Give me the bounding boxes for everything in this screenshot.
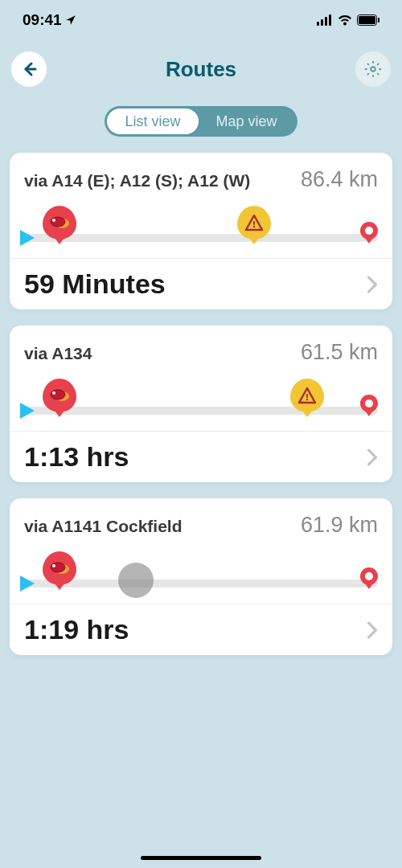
chevron-right-icon (367, 276, 378, 293)
location-arrow-icon (65, 14, 76, 26)
route-via: via A14 (E); A12 (S); A12 (W) (24, 171, 250, 190)
svg-rect-6 (378, 18, 379, 23)
start-marker-icon (20, 575, 35, 592)
view-toggle: List view Map view (105, 106, 297, 137)
back-button[interactable] (11, 51, 47, 87)
view-toggle-container: List view Map view (0, 98, 402, 153)
warning-pin-icon (290, 379, 324, 417)
route-header: via A134 61.5 km (24, 340, 378, 365)
route-via: via A1141 Cockfield (24, 517, 183, 536)
back-arrow-icon (19, 59, 39, 79)
warning-pin-icon (237, 206, 271, 244)
header: Routes (0, 40, 402, 98)
route-distance: 86.4 km (301, 167, 378, 192)
divider (10, 604, 392, 604)
chevron-right-icon (367, 621, 378, 639)
svg-point-7 (371, 67, 375, 72)
divider (10, 431, 392, 432)
route-progress (24, 377, 378, 421)
route-card[interactable]: via A134 61.5 km (10, 326, 392, 482)
chevron-right-icon (367, 448, 378, 466)
start-marker-icon (20, 230, 35, 246)
svg-rect-17 (306, 394, 308, 398)
route-header: via A14 (E); A12 (S); A12 (W) 86.4 km (24, 167, 378, 192)
status-bar: 09:41 (0, 0, 402, 40)
route-duration: 1:13 hrs (24, 441, 129, 473)
destination-pin-icon (360, 222, 378, 244)
destination-pin-icon (360, 567, 378, 590)
svg-rect-3 (329, 14, 331, 26)
divider (10, 258, 392, 259)
start-marker-icon (20, 403, 35, 419)
status-time: 09:41 (23, 11, 62, 29)
svg-point-15 (52, 391, 55, 395)
route-via: via A134 (24, 344, 92, 363)
svg-rect-12 (253, 221, 255, 225)
traffic-pin-icon (43, 206, 76, 244)
route-footer: 59 Minutes (24, 268, 378, 300)
svg-rect-5 (359, 16, 375, 24)
status-icons (317, 14, 379, 26)
svg-point-11 (253, 226, 256, 228)
svg-point-9 (51, 217, 65, 227)
list-view-tab[interactable]: List view (107, 108, 198, 134)
route-line (24, 407, 378, 415)
traffic-pin-icon (43, 551, 76, 590)
svg-point-10 (52, 219, 55, 222)
cellular-icon (317, 14, 333, 26)
route-progress (24, 550, 378, 594)
route-distance: 61.5 km (301, 340, 378, 365)
svg-point-19 (51, 563, 65, 572)
route-card[interactable]: via A1141 Cockfield 61.9 km 1:19 (10, 498, 392, 655)
svg-point-16 (306, 399, 309, 401)
route-duration: 1:19 hrs (24, 614, 129, 645)
page-title: Routes (166, 57, 236, 82)
svg-point-20 (52, 564, 55, 567)
route-header: via A1141 Cockfield 61.9 km (24, 513, 378, 538)
status-time-area: 09:41 (23, 11, 76, 29)
route-footer: 1:19 hrs (24, 614, 378, 645)
svg-rect-1 (321, 19, 323, 26)
svg-rect-0 (317, 22, 319, 26)
wifi-icon (338, 14, 352, 26)
destination-pin-icon (360, 395, 378, 417)
home-indicator[interactable] (141, 856, 261, 860)
route-progress (24, 204, 378, 248)
route-distance: 61.9 km (301, 513, 378, 538)
route-card[interactable]: via A14 (E); A12 (S); A12 (W) 86.4 km (10, 153, 392, 309)
routes-list: via A14 (E); A12 (S); A12 (W) 86.4 km (0, 153, 402, 655)
traffic-pin-icon (43, 379, 76, 417)
settings-button[interactable] (355, 51, 391, 87)
route-line (24, 234, 378, 242)
svg-point-14 (51, 390, 65, 399)
route-footer: 1:13 hrs (24, 441, 378, 473)
route-duration: 59 Minutes (24, 268, 166, 300)
svg-rect-2 (325, 17, 327, 26)
gear-icon (364, 60, 382, 78)
battery-icon (357, 14, 379, 26)
route-line (24, 579, 378, 588)
map-view-tab[interactable]: Map view (199, 108, 295, 134)
